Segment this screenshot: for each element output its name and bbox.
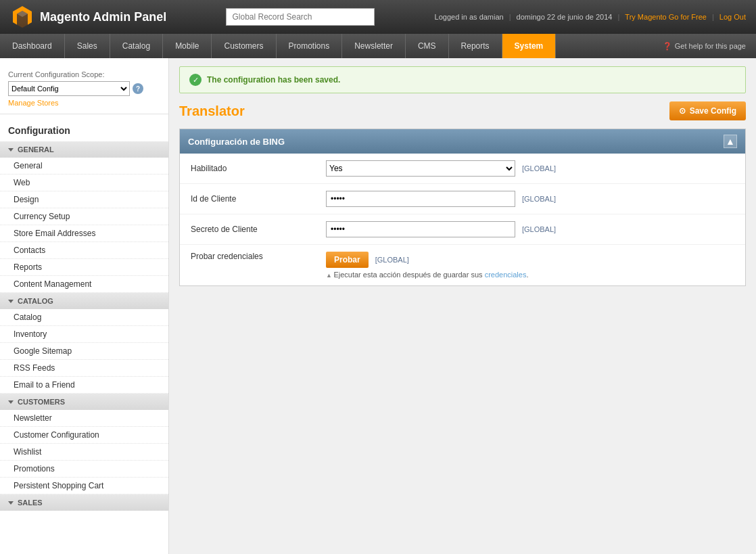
success-text: The configuration has been saved. — [207, 75, 340, 85]
general-section-label: GENERAL — [18, 145, 54, 154]
id-cliente-row: Id de Cliente [GLOBAL] — [180, 184, 745, 214]
sidebar-item-inventory[interactable]: Inventory — [0, 326, 168, 343]
sidebar-section-customers[interactable]: CUSTOMERS — [0, 394, 168, 410]
probar-credenciales-row: Probar credenciales Probar [GLOBAL] Ejec… — [180, 245, 745, 285]
logout-link[interactable]: Log Out — [719, 13, 746, 21]
panel-title: Configuración de BING — [188, 137, 285, 147]
secreto-cliente-control: [GLOBAL] — [326, 221, 734, 237]
probar-global-badge[interactable]: [GLOBAL] — [375, 256, 409, 264]
nav-reports[interactable]: Reports — [449, 34, 502, 58]
sidebar-item-catalog[interactable]: Catalog — [0, 309, 168, 326]
main-content: ✓ The configuration has been saved. Tran… — [169, 58, 756, 554]
sidebar-item-contacts[interactable]: Contacts — [0, 242, 168, 259]
nav-mobile[interactable]: Mobile — [163, 34, 212, 58]
save-config-button[interactable]: ⊙ Save Config — [669, 101, 746, 120]
id-cliente-control: [GLOBAL] — [326, 191, 734, 207]
sidebar-item-persistent-cart[interactable]: Persistent Shopping Cart — [0, 478, 168, 494]
sidebar-item-customer-config[interactable]: Customer Configuration — [0, 427, 168, 444]
nav-cms[interactable]: CMS — [406, 34, 449, 58]
sidebar-item-newsletter[interactable]: Newsletter — [0, 410, 168, 427]
probar-note-link[interactable]: credenciales — [485, 271, 527, 279]
header-right: Logged in as damian | domingo 22 de juni… — [435, 13, 746, 21]
page-title: Translator — [179, 103, 245, 119]
sales-section-label: SALES — [18, 499, 43, 507]
nav-newsletter[interactable]: Newsletter — [342, 34, 406, 58]
sidebar-item-content-mgmt[interactable]: Content Management — [0, 276, 168, 293]
sidebar-item-currency-setup[interactable]: Currency Setup — [0, 208, 168, 225]
scope-select[interactable]: Default Config — [8, 81, 130, 96]
habilitado-label: Habilitado — [191, 164, 326, 173]
date-info: domingo 22 de junio de 2014 — [517, 13, 613, 21]
logo-area: Magento Admin Panel — [10, 5, 166, 29]
catalog-arrow-icon — [8, 300, 14, 303]
secreto-cliente-label: Secreto de Cliente — [191, 225, 326, 234]
sidebar-item-design[interactable]: Design — [0, 191, 168, 208]
secreto-cliente-input[interactable] — [326, 221, 515, 237]
nav-bar: Dashboard Sales Catalog Mobile Customers… — [0, 34, 756, 58]
sidebar-item-google-sitemap[interactable]: Google Sitemap — [0, 343, 168, 360]
user-info: Logged in as damian — [435, 13, 504, 21]
sidebar-item-rss-feeds[interactable]: RSS Feeds — [0, 360, 168, 377]
success-icon: ✓ — [189, 74, 202, 86]
separator2: | — [617, 13, 619, 21]
sidebar-item-email-friend[interactable]: Email to a Friend — [0, 377, 168, 394]
page-header: Translator ⊙ Save Config — [179, 101, 746, 120]
probar-button[interactable]: Probar — [326, 252, 369, 268]
save-config-icon: ⊙ — [679, 106, 686, 116]
nav-system[interactable]: System — [502, 34, 557, 58]
sidebar-item-general[interactable]: General — [0, 158, 168, 175]
scope-label: Current Configuration Scope: — [8, 70, 160, 78]
header: Magento Admin Panel Logged in as damian … — [0, 0, 756, 34]
catalog-section-label: CATALOG — [18, 297, 53, 305]
id-cliente-input[interactable] — [326, 191, 515, 207]
sidebar-item-promotions[interactable]: Promotions — [0, 461, 168, 478]
help-icon: ❓ — [663, 42, 672, 51]
config-title: Configuration — [0, 120, 168, 141]
habilitado-row: Habilitado Yes No [GLOBAL] — [180, 154, 745, 184]
main-layout: Current Configuration Scope: Default Con… — [0, 58, 756, 554]
magento-logo-icon — [10, 5, 34, 29]
habilitado-select[interactable]: Yes No — [326, 160, 515, 177]
sidebar-item-wishlist[interactable]: Wishlist — [0, 444, 168, 461]
sidebar-item-store-email[interactable]: Store Email Addresses — [0, 225, 168, 242]
nav-promotions[interactable]: Promotions — [277, 34, 343, 58]
header-search-area — [226, 8, 375, 26]
sidebar: Current Configuration Scope: Default Con… — [0, 58, 169, 554]
try-link[interactable]: Try Magento Go for Free — [625, 13, 707, 21]
manage-stores-link[interactable]: Manage Stores — [8, 99, 160, 107]
sidebar-item-web[interactable]: Web — [0, 175, 168, 191]
bing-config-panel: Configuración de BING ▲ Habilitado Yes N… — [179, 129, 746, 286]
customers-section-label: CUSTOMERS — [18, 398, 65, 406]
search-input[interactable] — [226, 8, 375, 26]
nav-dashboard[interactable]: Dashboard — [0, 34, 65, 58]
logo-text: Magento Admin Panel — [40, 10, 166, 24]
customers-arrow-icon — [8, 400, 14, 404]
nav-sales[interactable]: Sales — [65, 34, 110, 58]
success-message: ✓ The configuration has been saved. — [179, 66, 746, 93]
probar-credenciales-label: Probar credenciales — [191, 252, 326, 261]
probar-credenciales-control: Probar [GLOBAL] Ejecutar esta acción des… — [326, 252, 734, 279]
sales-arrow-icon — [8, 501, 14, 505]
sidebar-item-reports[interactable]: Reports — [0, 259, 168, 276]
help-link[interactable]: ❓ Get help for this page — [653, 34, 756, 58]
general-arrow-icon — [8, 148, 14, 152]
save-config-label: Save Config — [690, 106, 736, 116]
panel-toggle-button[interactable]: ▲ — [724, 135, 737, 148]
separator3: | — [712, 13, 714, 21]
sidebar-section-catalog[interactable]: CATALOG — [0, 293, 168, 309]
separator: | — [509, 13, 511, 21]
sidebar-section-sales[interactable]: SALES — [0, 494, 168, 511]
id-cliente-global-badge[interactable]: [GLOBAL] — [522, 195, 556, 203]
habilitado-global-badge[interactable]: [GLOBAL] — [522, 164, 556, 172]
sidebar-section-general[interactable]: GENERAL — [0, 141, 168, 158]
nav-catalog[interactable]: Catalog — [110, 34, 163, 58]
secreto-cliente-row: Secreto de Cliente [GLOBAL] — [180, 214, 745, 245]
id-cliente-label: Id de Cliente — [191, 194, 326, 204]
scope-help-icon[interactable]: ? — [133, 83, 143, 94]
nav-customers[interactable]: Customers — [212, 34, 276, 58]
habilitado-control: Yes No [GLOBAL] — [326, 160, 734, 177]
probar-note: Ejecutar esta acción después de guardar … — [326, 271, 528, 279]
help-text: Get help for this page — [675, 42, 746, 50]
secreto-cliente-global-badge[interactable]: [GLOBAL] — [522, 225, 556, 233]
panel-header: Configuración de BING ▲ — [180, 129, 745, 154]
